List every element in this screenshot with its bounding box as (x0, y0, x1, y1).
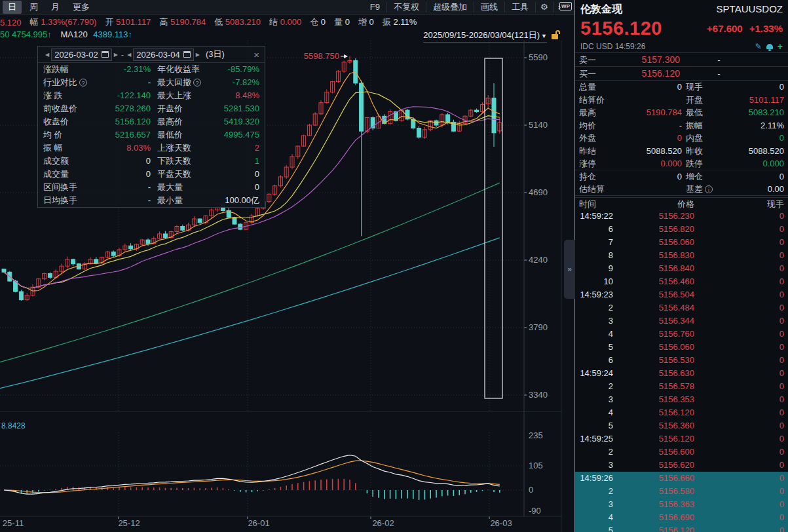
price-axis-label: 4690 (529, 187, 548, 197)
tick-row[interactable]: 25156.6000 (575, 446, 788, 459)
candle-body (146, 240, 150, 244)
tick-header-1: 价格 (613, 198, 694, 210)
ma-values-row: 50 4754.995↑ MA120 4389.113↑ 2025/09/15-… (0, 29, 574, 41)
tick-row[interactable]: 45156.1200 (575, 406, 788, 419)
next-date-arrow[interactable]: ▶ (112, 52, 120, 58)
tick-row[interactable]: 35156.3630 (575, 498, 788, 511)
tick-row[interactable]: 95156.8400 (575, 262, 788, 275)
trading-app: 日周月更多 F9不复权超级叠加画线工具⚙› 5.120 幅 1.33%(67.7… (0, 0, 788, 532)
price-axis-label: 5140 (529, 120, 548, 130)
tab-period-月[interactable]: 月 (46, 1, 65, 14)
help-icon[interactable]: ? (193, 79, 201, 86)
sub-axis-label: 235 (529, 430, 543, 440)
end-date: 2026-03-04 (136, 50, 180, 60)
candle-body (48, 274, 52, 278)
tick-row[interactable]: 45156.6900 (575, 511, 788, 524)
candle-body (111, 252, 115, 256)
instrument-name: 伦敦金现 (580, 3, 622, 16)
stat-仓: 仓 0 (310, 16, 326, 28)
candle-body (417, 128, 421, 138)
candle-body (2, 269, 6, 273)
tab-period-更多[interactable]: 更多 (67, 1, 95, 14)
ma60-value: 50 4754.995↑ (0, 29, 52, 39)
ma120-value: 4389.113↑ (93, 29, 132, 39)
tick-row[interactable]: 65156.8200 (575, 223, 788, 236)
edit-icon[interactable]: ✎ (755, 42, 762, 51)
stat-低: 低 5083.210 (214, 16, 261, 28)
tick-row[interactable]: 55156.1200 (575, 524, 788, 532)
x-axis-label: 26-01 (248, 518, 269, 528)
stat-量: 量 0 (334, 16, 350, 28)
tick-row[interactable]: 55156.0600 (575, 341, 788, 354)
tick-table-header: 时间价格现手 (575, 197, 788, 210)
tick-row[interactable]: 14:59:265156.6600 (575, 472, 788, 485)
tick-row[interactable]: 14:59:245156.6300 (575, 367, 788, 380)
daily-stats-row: 5.120 幅 1.33%(67.790)开 5101.117高 5190.78… (0, 15, 574, 29)
prev-date-arrow[interactable]: ◀ (125, 52, 133, 58)
start-date: 2026-03-02 (54, 50, 98, 60)
ask-row[interactable]: 卖一 5157.300 - (575, 53, 788, 67)
quote-detail-row: 总量0现手0 (575, 81, 788, 94)
tick-row[interactable]: 35156.3440 (575, 314, 788, 328)
tick-row[interactable]: 14:59:225156.2300 (575, 210, 788, 223)
toolbar-item-5[interactable]: ⚙ (535, 2, 553, 12)
start-date-picker[interactable]: 2026-03-02 (51, 48, 112, 61)
stat-增: 增 0 (358, 16, 374, 28)
toolbar-item-4[interactable]: 工具 (504, 2, 535, 12)
clipped-price: 5.120 (0, 18, 22, 28)
peak-annotation: 5598.750 (304, 51, 339, 61)
range-stat-row: 均 价5216.657最低价4995.475 (38, 128, 265, 142)
alert-bell-icon[interactable] (766, 44, 773, 49)
tick-row[interactable]: 65156.5300 (575, 354, 788, 367)
x-axis-label: 26-03 (490, 518, 512, 528)
quote-detail-row: 涨停0.000跌停0.000 (575, 157, 788, 170)
candle-body (94, 259, 98, 263)
tab-period-周[interactable]: 周 (24, 1, 43, 14)
range-stat-row: 收盘价5156.120最高价5419.320 (38, 115, 265, 128)
stat-高: 高 5190.784 (159, 16, 206, 28)
prev-date-arrow[interactable]: ◀ (43, 52, 51, 58)
period-tabs: 日周月更多 (0, 1, 95, 14)
tick-row[interactable]: 25156.5780 (575, 380, 788, 393)
end-date-picker[interactable]: 2026-03-04 (133, 48, 194, 61)
tick-row[interactable]: 105156.4600 (575, 275, 788, 288)
range-stat-row: 涨 跌-122.140最大上涨8.48% (38, 89, 265, 102)
ask-price: 5157.300 (605, 53, 680, 67)
tick-row[interactable]: 45156.7600 (575, 328, 788, 341)
tick-row[interactable]: 14:59:255156.1200 (575, 432, 788, 446)
bid-row[interactable]: 买一 5156.120 - (575, 67, 788, 81)
toolbar-item-0[interactable]: F9 (364, 2, 386, 12)
tick-row[interactable]: 55156.3600 (575, 419, 788, 432)
tick-row[interactable]: 25156.5800 (575, 485, 788, 498)
instrument-symbol: SPTAUUSDOZ (717, 3, 783, 14)
candle-body (19, 292, 23, 300)
wp-screenshot-icon[interactable]: WP (559, 2, 572, 10)
tick-row[interactable]: 14:59:235156.5040 (575, 288, 788, 301)
last-price: 5156.120 (580, 18, 662, 39)
bid-price: 5156.120 (605, 67, 680, 81)
toolbar-item-1[interactable]: 不复权 (386, 2, 426, 12)
tick-row[interactable]: 35156.6200 (575, 459, 788, 472)
info-icon[interactable]: i (705, 185, 713, 193)
quote-meta: IDC USD 14:59:26 (580, 42, 645, 51)
tick-row[interactable]: 85156.8300 (575, 249, 788, 262)
close-icon[interactable]: × (253, 49, 259, 60)
expand-panel-button[interactable]: » (564, 240, 575, 299)
tab-period-日[interactable]: 日 (3, 1, 22, 14)
toolbar-item-3[interactable]: 画线 (474, 2, 504, 12)
stat-开: 开 5101.117 (105, 16, 151, 28)
unlock-icon[interactable] (551, 30, 561, 40)
add-watchlist-icon[interactable]: + (778, 41, 783, 52)
tick-header-0: 时间 (579, 198, 613, 210)
ask-volume: - (680, 53, 758, 67)
tick-row[interactable]: 75156.0600 (575, 236, 788, 249)
tick-row[interactable]: 25156.4840 (575, 301, 788, 314)
help-icon[interactable]: ? (79, 79, 87, 86)
range-stat-row: 成交量0平盘天数0 (38, 168, 265, 181)
dif-line (4, 455, 500, 495)
indicator-value-label: 8.8428 (1, 421, 26, 430)
tick-row[interactable]: 35156.3530 (575, 393, 788, 406)
toolbar-item-2[interactable]: 超级叠加 (426, 2, 474, 12)
ma120-label: MA120 (60, 29, 87, 39)
next-date-arrow[interactable]: ▶ (194, 52, 202, 58)
